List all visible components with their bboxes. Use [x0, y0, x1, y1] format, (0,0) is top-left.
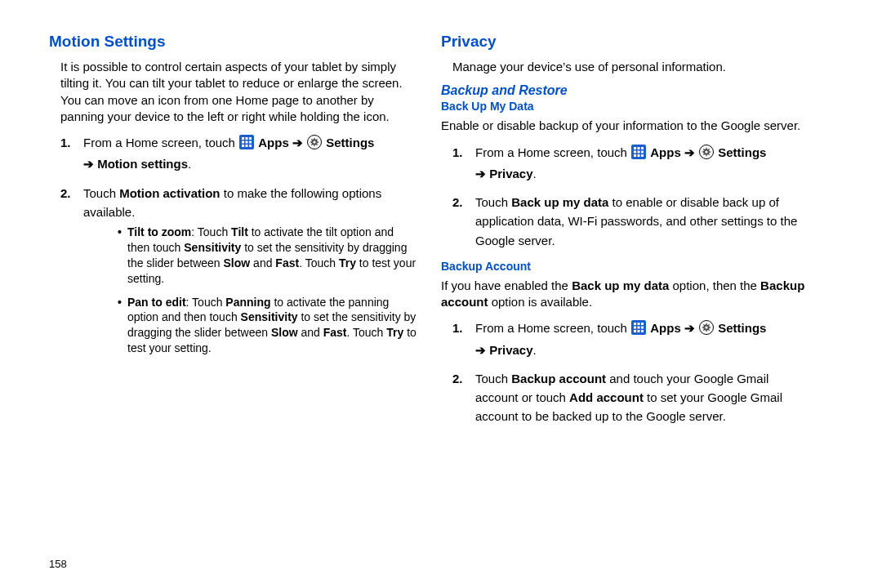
text: From a Home screen, touch	[83, 136, 238, 149]
text: Touch	[83, 186, 119, 200]
panning-label: Panning	[225, 296, 270, 309]
motion-activation-label: Motion activation	[119, 186, 220, 200]
svg-rect-9	[249, 145, 252, 147]
left-column: Motion Settings It is possible to contro…	[49, 33, 441, 572]
bullet-pan: Pan to edit: Touch Panning to activate t…	[83, 295, 416, 357]
arrow: ➔	[684, 145, 698, 159]
pan-to-edit-label: Pan to edit	[127, 296, 186, 309]
svg-rect-7	[242, 145, 244, 147]
period: .	[188, 157, 191, 171]
svg-point-25	[705, 150, 707, 153]
svg-rect-5	[246, 141, 248, 144]
apps-icon	[239, 135, 254, 154]
svg-rect-8	[246, 145, 248, 147]
try-label: Try	[386, 326, 403, 339]
backup-account-steps: From a Home screen, touch Apps ➔ Setting…	[441, 318, 808, 425]
svg-rect-34	[638, 330, 640, 332]
tilt-label: Tilt	[231, 225, 248, 238]
backup-intro: Enable or disable backup of your informa…	[441, 118, 808, 134]
apps-label: Apps	[650, 145, 684, 159]
apps-label: Apps	[258, 136, 292, 149]
text: option is available.	[488, 295, 593, 309]
privacy-intro: Manage your device’s use of personal inf…	[441, 59, 808, 75]
period: .	[533, 167, 537, 180]
slow-label: Slow	[224, 256, 251, 270]
motion-steps: From a Home screen, touch Apps ➔ Setting…	[49, 133, 416, 356]
svg-rect-31	[638, 327, 640, 329]
backup-account-step-2: Touch Backup account and touch your Goog…	[441, 369, 808, 426]
settings-label: Settings	[718, 145, 766, 159]
svg-rect-6	[249, 141, 252, 144]
backup-account-step-1: From a Home screen, touch Apps ➔ Setting…	[441, 318, 808, 359]
text: option, then the	[669, 278, 760, 292]
privacy-label: Privacy	[489, 343, 532, 357]
backup-account-label: Backup account	[511, 372, 606, 385]
svg-rect-30	[634, 327, 636, 329]
settings-gear-icon	[699, 320, 714, 340]
tilt-to-zoom-label: Tilt to zoom	[127, 225, 191, 238]
text: . Touch	[299, 256, 339, 270]
svg-rect-14	[634, 147, 636, 149]
svg-rect-16	[641, 147, 644, 149]
fast-label: Fast	[275, 256, 299, 270]
svg-rect-35	[641, 330, 644, 332]
text: . Touch	[347, 326, 387, 339]
heading-privacy: Privacy	[441, 33, 808, 51]
svg-rect-19	[641, 150, 644, 153]
svg-rect-2	[246, 137, 248, 140]
page-number: 158	[49, 558, 67, 570]
text: From a Home screen, touch	[475, 145, 630, 159]
svg-rect-20	[634, 154, 636, 157]
text: Touch	[475, 372, 511, 385]
svg-rect-17	[634, 150, 636, 153]
svg-point-12	[313, 140, 315, 143]
svg-rect-21	[638, 154, 640, 157]
svg-rect-1	[242, 137, 244, 140]
fast-label: Fast	[323, 326, 347, 339]
text: Touch	[475, 195, 511, 209]
svg-rect-3	[249, 137, 252, 140]
settings-gear-icon	[699, 145, 714, 164]
svg-rect-27	[634, 323, 636, 325]
text: and	[250, 256, 275, 270]
motion-step-1: From a Home screen, touch Apps ➔ Setting…	[49, 133, 416, 174]
period: .	[533, 343, 537, 357]
svg-rect-15	[638, 147, 640, 149]
svg-rect-32	[641, 327, 644, 329]
back-up-my-data-label: Back up my data	[511, 195, 608, 209]
settings-label: Settings	[718, 321, 766, 335]
right-column: Privacy Manage your device’s use of pers…	[441, 33, 833, 572]
text: From a Home screen, touch	[475, 321, 630, 335]
back-up-my-data-label: Back up my data	[572, 278, 669, 292]
apps-icon	[631, 145, 646, 164]
text: : Touch	[191, 225, 231, 238]
heading-back-up-my-data: Back Up My Data	[441, 100, 808, 113]
motion-intro: It is possible to control certain aspect…	[49, 59, 416, 125]
svg-rect-18	[638, 150, 640, 153]
motion-settings-label: Motion settings	[97, 157, 188, 171]
page: Motion Settings It is possible to contro…	[0, 0, 882, 588]
arrow: ➔	[475, 167, 489, 180]
settings-label: Settings	[326, 136, 374, 149]
privacy-label: Privacy	[489, 167, 532, 180]
svg-rect-28	[638, 323, 640, 325]
arrow: ➔	[684, 321, 698, 335]
arrow: ➔	[475, 343, 489, 357]
motion-bullets: Tilt to zoom: Touch Tilt to activate the…	[83, 225, 416, 356]
backup-step-2: Touch Back up my data to enable or disab…	[441, 193, 808, 250]
backup-steps: From a Home screen, touch Apps ➔ Setting…	[441, 143, 808, 250]
svg-rect-29	[641, 323, 644, 325]
backup-account-intro: If you have enabled the Back up my data …	[441, 278, 808, 311]
sensitivity-label: Sensitivity	[241, 310, 298, 323]
heading-backup-account: Backup Account	[441, 260, 808, 273]
settings-gear-icon	[307, 135, 322, 154]
arrow: ➔	[292, 136, 306, 149]
svg-point-38	[705, 327, 707, 329]
heading-motion-settings: Motion Settings	[49, 33, 416, 51]
arrow: ➔	[83, 157, 97, 171]
backup-step-1: From a Home screen, touch Apps ➔ Setting…	[441, 143, 808, 184]
text: If you have enabled the	[441, 278, 572, 292]
motion-step-2: Touch Motion activation to make the foll…	[49, 184, 416, 357]
apps-icon	[631, 320, 646, 340]
svg-rect-22	[641, 154, 644, 157]
